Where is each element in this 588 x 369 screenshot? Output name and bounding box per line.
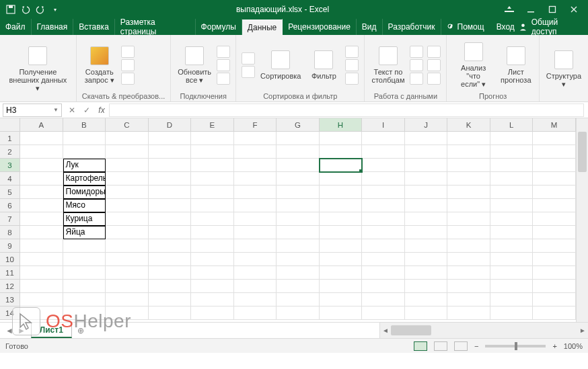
cell-K3[interactable] — [447, 159, 490, 172]
tab-file[interactable]: Файл — [0, 19, 32, 35]
forecast-sheet-button[interactable]: Лист прогноза — [499, 45, 534, 85]
col-header-B[interactable]: B — [63, 118, 106, 132]
zoom-slider[interactable] — [485, 345, 546, 347]
cell-E12[interactable] — [191, 280, 234, 293]
cell-F11[interactable] — [234, 266, 277, 280]
cell-A14[interactable] — [20, 306, 63, 320]
cell-H7[interactable] — [320, 212, 363, 226]
cell-F9[interactable] — [234, 239, 277, 253]
refresh-all-button[interactable]: Обновить все ▾ — [176, 45, 213, 85]
cell-I12[interactable] — [362, 280, 405, 293]
cell-B8[interactable]: Яйца — [63, 226, 106, 239]
cancel-formula-icon[interactable]: ✕ — [65, 106, 79, 115]
cell-G2[interactable] — [277, 145, 320, 159]
cell-A9[interactable] — [20, 239, 63, 253]
cell-M7[interactable] — [533, 212, 576, 226]
cell-E3[interactable] — [191, 159, 234, 172]
cell-C12[interactable] — [106, 280, 149, 293]
name-box-dropdown-icon[interactable]: ▼ — [53, 107, 59, 113]
hscroll-left-icon[interactable]: ◄ — [380, 327, 391, 334]
view-page-break-icon[interactable] — [454, 341, 468, 351]
cell-F5[interactable] — [234, 186, 277, 199]
cell-J10[interactable] — [405, 253, 448, 266]
col-header-G[interactable]: G — [277, 118, 320, 132]
cell-F13[interactable] — [234, 293, 277, 306]
filter-button[interactable]: Фильтр — [306, 49, 341, 81]
cell-E2[interactable] — [191, 145, 234, 159]
cell-D3[interactable] — [149, 159, 192, 172]
share-button[interactable]: Общий доступ — [531, 17, 581, 36]
cell-I8[interactable] — [362, 226, 405, 239]
cell-I10[interactable] — [362, 253, 405, 266]
cell-C5[interactable] — [106, 186, 149, 199]
data-validation-icon[interactable] — [410, 73, 423, 85]
cell-J13[interactable] — [405, 293, 448, 306]
sort-za-icon[interactable] — [242, 66, 255, 78]
consolidate-icon[interactable] — [427, 46, 441, 58]
cell-C7[interactable] — [106, 212, 149, 226]
cell-L3[interactable] — [490, 159, 534, 172]
cell-H14[interactable] — [320, 306, 363, 320]
cell-G4[interactable] — [277, 172, 320, 186]
cell-K14[interactable] — [447, 306, 490, 320]
cell-M10[interactable] — [533, 253, 576, 266]
cell-B2[interactable] — [63, 145, 106, 159]
cell-F1[interactable] — [234, 132, 277, 145]
view-normal-icon[interactable] — [414, 341, 427, 351]
tab-page-layout[interactable]: Разметка страницы — [115, 19, 196, 35]
cell-A13[interactable] — [20, 293, 63, 306]
cell-B1[interactable] — [63, 132, 106, 145]
cell-E1[interactable] — [191, 132, 234, 145]
cell-K12[interactable] — [447, 280, 490, 293]
zoom-out-button[interactable]: − — [474, 342, 478, 350]
cell-F4[interactable] — [234, 172, 277, 186]
cell-H5[interactable] — [320, 186, 363, 199]
cell-C14[interactable] — [106, 306, 149, 320]
cell-C11[interactable] — [106, 266, 149, 280]
cell-A1[interactable] — [20, 132, 63, 145]
cell-M4[interactable] — [533, 172, 576, 186]
cell-J3[interactable] — [405, 159, 448, 172]
cell-E9[interactable] — [191, 239, 234, 253]
cell-H4[interactable] — [320, 172, 363, 186]
cell-C10[interactable] — [106, 253, 149, 266]
cell-C6[interactable] — [106, 199, 149, 212]
cell-M2[interactable] — [533, 145, 576, 159]
cell-D9[interactable] — [149, 239, 192, 253]
cell-L11[interactable] — [490, 266, 534, 280]
cell-H1[interactable] — [320, 132, 363, 145]
cell-B4[interactable]: Картофель — [63, 172, 106, 186]
hscroll-right-icon[interactable]: ► — [577, 327, 588, 334]
signin-link[interactable]: Вход — [497, 22, 515, 32]
cell-A5[interactable] — [20, 186, 63, 199]
cell-G6[interactable] — [277, 199, 320, 212]
row-header-8[interactable]: 8 — [0, 226, 20, 239]
col-header-I[interactable]: I — [362, 118, 405, 132]
cell-E13[interactable] — [191, 293, 234, 306]
tab-review[interactable]: Рецензирование — [283, 19, 357, 35]
view-page-layout-icon[interactable] — [434, 341, 447, 351]
cell-F2[interactable] — [234, 145, 277, 159]
cell-A10[interactable] — [20, 253, 63, 266]
clear-filter-icon[interactable] — [345, 46, 359, 58]
tab-view[interactable]: Вид — [357, 19, 383, 35]
cell-B3[interactable]: Лук — [63, 159, 106, 172]
cell-B11[interactable] — [63, 266, 106, 280]
cell-I1[interactable] — [362, 132, 405, 145]
col-header-H[interactable]: H — [320, 118, 363, 132]
cell-B14[interactable] — [63, 306, 106, 320]
row-header-3[interactable]: 3 — [0, 159, 20, 172]
cell-M12[interactable] — [533, 280, 576, 293]
cell-L9[interactable] — [490, 239, 534, 253]
cell-A11[interactable] — [20, 266, 63, 280]
col-header-L[interactable]: L — [490, 118, 534, 132]
cell-J4[interactable] — [405, 172, 448, 186]
cell-B10[interactable] — [63, 253, 106, 266]
tab-developer[interactable]: Разработчик — [383, 19, 441, 35]
cell-E8[interactable] — [191, 226, 234, 239]
cell-C8[interactable] — [106, 226, 149, 239]
cell-I6[interactable] — [362, 199, 405, 212]
cell-C13[interactable] — [106, 293, 149, 306]
cell-J7[interactable] — [405, 212, 448, 226]
cell-K11[interactable] — [447, 266, 490, 280]
